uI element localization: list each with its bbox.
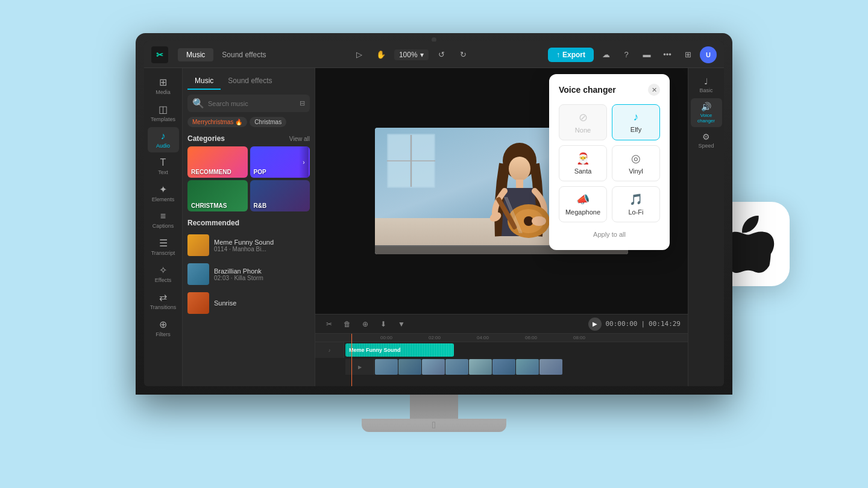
audio-panel: Music Sound effects 🔍 ⊟ Merrychristmas 🔥 (183, 68, 315, 386)
top-tabs: Music Sound effects (178, 48, 275, 61)
search-bar[interactable]: 🔍 ⊟ (187, 95, 310, 112)
voice-btn-santa[interactable]: 🎅 Santa (559, 145, 607, 181)
more-options-button[interactable]: ••• (659, 46, 676, 63)
sidebar-item-captions[interactable]: ≡ Captions (148, 207, 179, 233)
sidebar-label-text: Text (158, 169, 168, 175)
tag-christmas[interactable]: Christmas (250, 117, 286, 127)
elfy-label: Elfy (631, 126, 641, 133)
panel-tab-music[interactable]: Music (187, 73, 221, 90)
category-pop[interactable]: POP › (250, 146, 310, 178)
sidebar-item-filters[interactable]: ⊕ Filters (148, 315, 179, 341)
track-info-3: Sunrise (214, 299, 310, 307)
tab-music[interactable]: Music (178, 48, 213, 61)
category-label-recommend: RECOMMEND (191, 169, 231, 175)
recommended-tracks: Meme Funny Sound 0114 · Manhoa Bi... (183, 231, 315, 386)
timeline-delete-icon[interactable]: 🗑 (341, 318, 354, 331)
category-rb[interactable]: R&B (250, 180, 310, 211)
video-strip-lane: ▶ (315, 358, 688, 376)
video-thumb-7 (516, 359, 539, 375)
voice-btn-lofi[interactable]: 🎵 Lo-Fi (612, 186, 660, 222)
ruler-mark-3: 04:00 (477, 335, 525, 340)
video-preview: Voice changer ✕ ⊘ None (315, 68, 688, 314)
filters-icon: ⊕ (159, 319, 167, 330)
track-item-2[interactable]: Brazillian Phonk 02:03 · Killa Storm (187, 260, 310, 289)
category-christmas[interactable]: CHRISTMAS (187, 180, 248, 211)
sidebar-item-templates[interactable]: ◫ Templates (148, 100, 179, 126)
right-panel-speed-label: Speed (698, 143, 714, 149)
export-icon: ↑ (556, 51, 560, 59)
top-bar: ✂ Music Sound effects ▷ ✋ 100% ▾ (144, 42, 724, 68)
ruler-mark-4: 06:00 (525, 335, 573, 340)
video-thumb-8 (539, 359, 562, 375)
media-icon: ⊞ (159, 77, 167, 88)
timeline-more-icon[interactable]: ▼ (395, 318, 408, 331)
sidebar-item-transitions[interactable]: ⇄ Transitions (148, 288, 179, 314)
timeline-cut-icon[interactable]: ✂ (322, 318, 336, 331)
search-input[interactable] (208, 100, 296, 107)
santa-label: Santa (574, 167, 592, 175)
play-button[interactable]: ▷ (351, 46, 368, 63)
timeline-download-icon[interactable]: ⬇ (377, 318, 390, 331)
vinyl-icon: ◎ (631, 152, 641, 165)
modal-close-button[interactable]: ✕ (648, 84, 660, 96)
sidebar-item-media[interactable]: ⊞ Media (148, 73, 179, 99)
zoom-control[interactable]: 100% ▾ (394, 49, 429, 60)
imac-stand-base:  (362, 419, 506, 432)
voice-btn-none[interactable]: ⊘ None (559, 104, 607, 140)
voice-btn-elfy[interactable]: ♪ Elfy (612, 104, 660, 140)
view-all-link[interactable]: View all (289, 136, 310, 142)
none-label: None (575, 127, 591, 134)
text-icon: T (160, 157, 166, 168)
tab-sound-effects[interactable]: Sound effects (213, 48, 274, 61)
export-button[interactable]: ↑ Export (548, 48, 594, 62)
timeline-toolbar: ✂ 🗑 ⊕ ⬇ ▼ ▶ 00:00:00 | 00 (315, 314, 688, 334)
share-button[interactable]: ▬ (638, 46, 655, 63)
voice-btn-megaphone[interactable]: 📣 Megaphone (559, 186, 607, 222)
user-avatar[interactable]: U (700, 46, 717, 63)
right-panel-voice-changer[interactable]: 🔊 Voice changer (691, 98, 722, 127)
category-recommend[interactable]: RECOMMEND (187, 146, 248, 178)
video-thumb-5 (469, 359, 492, 375)
voice-grid: ⊘ None ♪ Elfy 🎅 (559, 104, 660, 222)
zoom-chevron: ▾ (420, 51, 424, 59)
apply-all-button[interactable]: Apply to all (559, 228, 660, 240)
svg-rect-9 (516, 180, 523, 188)
timeline-add-icon[interactable]: ⊕ (359, 318, 372, 331)
track-thumb-1 (187, 234, 209, 256)
panel-tab-sound-effects[interactable]: Sound effects (221, 73, 279, 90)
audio-clip[interactable]: Meme Funny Sound (345, 343, 454, 357)
help-button[interactable]: ? (618, 46, 635, 63)
sidebar-item-effects[interactable]: ✧ Effects (148, 261, 179, 287)
track-item-3[interactable]: Sunrise (187, 289, 310, 318)
track-item-1[interactable]: Meme Funny Sound 0114 · Manhoa Bi... (187, 231, 310, 260)
current-time: 00:00:00 (605, 320, 637, 328)
sidebar-label-filters: Filters (156, 331, 171, 337)
stand-apple-logo:  (432, 420, 436, 431)
undo-button[interactable]: ↺ (433, 46, 450, 63)
filter-icon[interactable]: ⊟ (300, 99, 305, 107)
voice-btn-vinyl[interactable]: ◎ Vinyl (612, 145, 660, 181)
time-separator: | (641, 320, 645, 328)
templates-icon: ◫ (159, 104, 168, 115)
right-panel-speed[interactable]: ⚙ Speed (691, 128, 722, 152)
timeline-ruler: 00:00 02:00 04:00 06:00 08:00 (315, 334, 688, 342)
recommended-header: Recommended (183, 216, 315, 231)
sidebar-item-transcript[interactable]: ☰ Transcript (148, 234, 179, 260)
sidebar-item-audio[interactable]: ♪ Audio (148, 127, 179, 152)
video-thumb-4 (445, 359, 468, 375)
sidebar-item-elements[interactable]: ✦ Elements (148, 180, 179, 206)
capcut-logo: ✂ (151, 46, 168, 63)
effects-icon: ✧ (159, 264, 167, 276)
save-cloud-button[interactable]: ☁ (597, 46, 614, 63)
tag-merrychristmas[interactable]: Merrychristmas 🔥 (187, 117, 247, 127)
layout-button[interactable]: ⊞ (679, 46, 696, 63)
captions-icon: ≡ (160, 211, 166, 222)
sidebar-item-text[interactable]: T Text (148, 154, 179, 179)
right-panel-basic[interactable]: ♩ Basic (691, 73, 722, 97)
redo-button[interactable]: ↻ (455, 46, 472, 63)
modal-header: Voice changer ✕ (559, 84, 660, 96)
timeline-play-button[interactable]: ▶ (588, 318, 602, 331)
preview-area: Voice changer ✕ ⊘ None (315, 68, 688, 386)
toolbar-right: ↑ Export ☁ ? ▬ ••• ⊞ U (548, 46, 717, 63)
hand-tool-button[interactable]: ✋ (373, 46, 389, 63)
